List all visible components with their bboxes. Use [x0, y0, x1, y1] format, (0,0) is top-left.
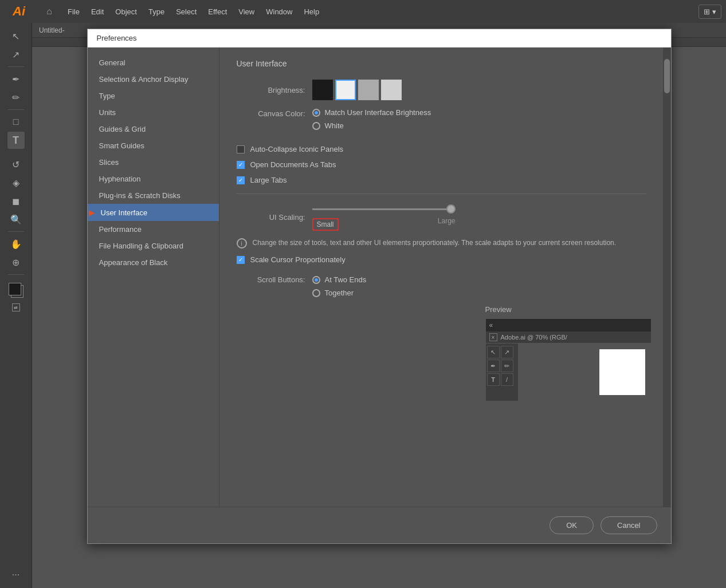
preview-section: Preview « × Adobe.ai @ 70% (RGB/ — [485, 305, 652, 401]
tool-select[interactable]: ↖ — [7, 27, 25, 45]
nav-file-handling[interactable]: File Handling & Clipboard — [88, 238, 219, 254]
preview-tool-row-3: T / — [487, 373, 517, 386]
swap-button[interactable]: ⇄ — [12, 303, 20, 311]
nav-user-interface[interactable]: ▶ User Interface — [88, 204, 219, 221]
menu-view[interactable]: View — [233, 5, 260, 18]
checkbox-auto-collapse[interactable]: Auto-Collapse Iconic Panels — [237, 145, 646, 153]
dialog-overlay: Preferences General Selection & Anchor D… — [32, 23, 726, 588]
pt-type: T — [487, 373, 500, 386]
slider-labels: Small Large — [312, 217, 456, 231]
workspace-switcher[interactable]: ⊞ ▾ — [698, 5, 721, 19]
brightness-swatch-dark[interactable] — [335, 80, 356, 100]
dialog-titlebar: Preferences — [88, 29, 671, 48]
tool-zoom2[interactable]: ⊕ — [7, 254, 25, 271]
main-area: ↖ ↗ ✒ ✏ □ T ↺ ◈ ◼ 🔍 ✋ ⊕ ⇄ ··· Untitled- — [0, 23, 726, 588]
canvas-color-options: Match User Interface Brightness White — [312, 108, 431, 130]
menu-object[interactable]: Object — [109, 5, 143, 18]
menu-window[interactable]: Window — [260, 5, 298, 18]
preview-canvas — [518, 344, 651, 401]
preview-white-area — [599, 349, 645, 395]
menu-select[interactable]: Select — [170, 5, 202, 18]
scroll-buttons-row: Scroll Buttons: At Two Ends Together — [237, 275, 646, 297]
menu-type[interactable]: Type — [143, 5, 170, 18]
checkbox-scale-cursor[interactable]: Scale Cursor Proportionately — [237, 255, 646, 264]
toolbar-separator-4 — [8, 274, 24, 275]
preview-inner-bar: « — [486, 319, 651, 332]
tool-brush[interactable]: ✏ — [7, 89, 25, 106]
nav-guides[interactable]: Guides & Grid — [88, 121, 219, 137]
menu-help[interactable]: Help — [298, 5, 325, 18]
radio-at-two-ends[interactable] — [312, 276, 320, 284]
tool-type[interactable]: T — [7, 132, 25, 149]
brightness-swatch-black[interactable] — [312, 80, 333, 100]
dialog-body: General Selection & Anchor Display Type … — [88, 48, 671, 507]
checkbox-open-as-tabs[interactable]: Open Documents As Tabs — [237, 160, 646, 169]
nav-type[interactable]: Type — [88, 88, 219, 104]
menu-file[interactable]: File — [62, 5, 85, 18]
radio-at-two-ends-label: At Two Ends — [325, 275, 367, 284]
radio-white[interactable] — [312, 122, 320, 130]
tool-hand[interactable]: ✋ — [7, 235, 25, 252]
checkbox-large-tabs[interactable]: Large Tabs — [237, 176, 646, 184]
pt-pen: ✒ — [487, 360, 500, 372]
scale-info-text: Change the size of tools, text and other… — [253, 238, 617, 248]
pt-line: / — [501, 373, 513, 386]
nav-smart-guides[interactable]: Smart Guides — [88, 137, 219, 154]
pt-direct: ↗ — [501, 346, 513, 358]
cb-scale-cursor[interactable] — [237, 256, 245, 264]
scroll-buttons-label: Scroll Buttons: — [237, 275, 305, 284]
toolbar-separator-3 — [8, 231, 24, 232]
tool-zoom[interactable]: 🔍 — [7, 211, 25, 228]
tool-gradient[interactable]: ◼ — [7, 192, 25, 210]
radio-together[interactable] — [312, 289, 320, 297]
brightness-label: Brightness: — [237, 86, 305, 94]
tool-more[interactable]: ··· — [7, 566, 25, 583]
nav-slices[interactable]: Slices — [88, 154, 219, 171]
info-icon: i — [237, 238, 247, 248]
section-title: User Interface — [237, 59, 646, 68]
scrollbar-thumb[interactable] — [664, 59, 670, 93]
scroll-together[interactable]: Together — [312, 289, 367, 297]
brightness-swatch-light[interactable] — [381, 80, 402, 100]
menubar: Ai ⌂ File Edit Object Type Select Effect… — [0, 0, 726, 23]
tool-fill[interactable]: ◈ — [7, 174, 25, 191]
nav-appearance[interactable]: Appearance of Black — [88, 254, 219, 271]
scroll-at-two-ends[interactable]: At Two Ends — [312, 275, 367, 284]
ok-button[interactable]: OK — [550, 516, 594, 534]
pref-content: User Interface Brightness: — [219, 48, 663, 507]
tool-pen[interactable]: ✒ — [7, 70, 25, 88]
app-logo: Ai — [5, 4, 33, 19]
slider-thumb[interactable] — [446, 204, 456, 214]
tool-rect[interactable]: □ — [7, 113, 25, 131]
dialog-scrollbar[interactable] — [663, 48, 671, 507]
fill-box[interactable] — [9, 283, 21, 295]
nav-performance[interactable]: Performance — [88, 221, 219, 238]
cb-auto-collapse[interactable] — [237, 145, 245, 153]
preview-close[interactable]: × — [489, 333, 497, 341]
cb-scale-cursor-label: Scale Cursor Proportionately — [250, 255, 346, 264]
menu-effect[interactable]: Effect — [202, 5, 233, 18]
slider-small-area: Small — [312, 217, 339, 231]
cb-large-tabs[interactable] — [237, 176, 245, 184]
nav-selection[interactable]: Selection & Anchor Display — [88, 71, 219, 88]
toolbar-separator-2 — [8, 109, 24, 110]
home-button[interactable]: ⌂ — [39, 1, 60, 22]
nav-plugins[interactable]: Plug-ins & Scratch Disks — [88, 187, 219, 204]
workspace-icon: ⊞ — [704, 7, 710, 16]
cb-open-as-tabs[interactable] — [237, 161, 245, 169]
canvas-color-label: Canvas Color: — [237, 108, 305, 118]
cancel-button[interactable]: Cancel — [601, 516, 657, 534]
nav-hyphenation[interactable]: Hyphenation — [88, 171, 219, 187]
tool-rotate[interactable]: ↺ — [7, 156, 25, 173]
scaling-slider[interactable] — [312, 203, 456, 215]
menubar-right: ⊞ ▾ — [698, 5, 721, 19]
tool-direct-select[interactable]: ↗ — [7, 46, 25, 63]
radio-together-label: Together — [325, 289, 354, 297]
nav-units[interactable]: Units — [88, 104, 219, 121]
brightness-swatch-medium[interactable] — [358, 80, 379, 100]
canvas-color-match[interactable]: Match User Interface Brightness — [312, 108, 431, 117]
canvas-color-white[interactable]: White — [312, 121, 431, 130]
menu-edit[interactable]: Edit — [85, 5, 109, 18]
nav-general[interactable]: General — [88, 54, 219, 71]
radio-match[interactable] — [312, 109, 320, 117]
